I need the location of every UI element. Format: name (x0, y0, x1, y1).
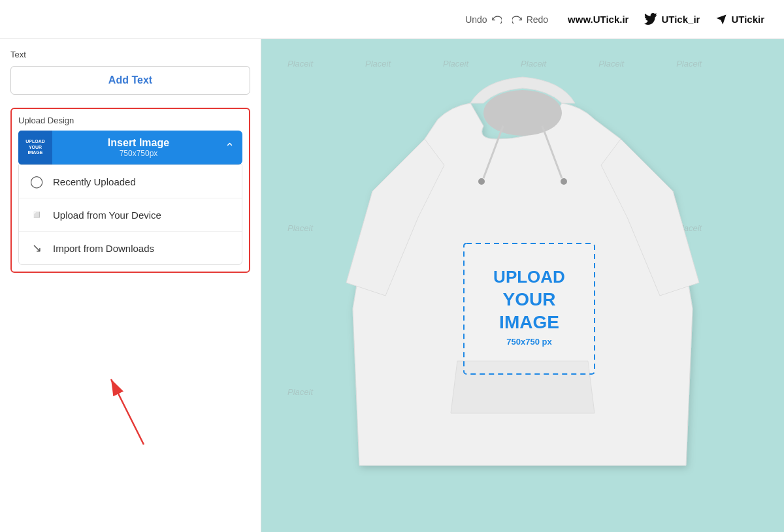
chevron-up-icon: ⌃ (225, 140, 235, 155)
device-icon: ◽ (29, 208, 44, 222)
clock-icon: ◯ (29, 174, 44, 189)
twitter-handle: UTick_ir (661, 14, 700, 25)
hoodie-preview: UPLOAD YOUR IMAGE 750x750 px (310, 57, 735, 514)
import-downloads-label: Import from Downloads (53, 243, 154, 254)
brand-links: www.UTick.ir UTick_ir UTickir (568, 13, 764, 26)
top-bar: Undo Redo www.UTick.ir UTick_ir UTickir (0, 0, 784, 39)
download-icon: ↘ (29, 241, 44, 255)
upload-sub-text: 750x750 px (506, 337, 552, 347)
import-from-downloads-item[interactable]: ↘ Import from Downloads (19, 232, 242, 264)
upload-design-section: Upload Design UPLOADYOURIMAGE Insert Ima… (10, 108, 250, 273)
undo-icon (491, 14, 502, 25)
drawstring-end-left (478, 178, 485, 185)
insert-image-thumbnail: UPLOADYOURIMAGE (18, 131, 52, 164)
upload-from-device-label: Upload from Your Device (53, 210, 161, 221)
arrow-annotation (105, 373, 157, 454)
recently-uploaded-label: Recently Uploaded (53, 176, 136, 187)
drawstring-end-right (561, 178, 567, 185)
redo-button[interactable]: Redo (527, 14, 548, 25)
insert-image-content: Insert Image 750x750px (52, 132, 225, 163)
canvas-area: Placeit Placeit Placeit Placeit Placeit … (261, 39, 784, 532)
redo-icon (512, 14, 523, 25)
undo-redo-group: Undo Redo (465, 14, 548, 25)
upload-text-line1: UPLOAD (493, 267, 565, 287)
telegram-link[interactable]: UTickir (715, 14, 764, 25)
hood-opening (483, 90, 562, 136)
insert-image-sub: 750x750px (120, 149, 158, 158)
svg-line-1 (111, 379, 144, 445)
twitter-icon (644, 13, 657, 26)
upload-from-device-item[interactable]: ◽ Upload from Your Device (19, 198, 242, 232)
upload-design-label: Upload Design (18, 116, 242, 125)
annotation-arrow (105, 373, 157, 451)
website-link[interactable]: www.UTick.ir (568, 14, 629, 25)
recently-uploaded-item[interactable]: ◯ Recently Uploaded (19, 165, 242, 198)
dropdown-menu: ◯ Recently Uploaded ◽ Upload from Your D… (18, 164, 242, 265)
sidebar: Text Add Text Upload Design UPLOADYOURIM… (0, 39, 261, 532)
upload-text-line2: YOUR (503, 289, 556, 309)
main-layout: Text Add Text Upload Design UPLOADYOURIM… (0, 39, 784, 532)
telegram-icon (715, 14, 727, 25)
hoodie-svg: UPLOAD YOUR IMAGE 750x750 px (320, 61, 725, 511)
thumb-text: UPLOADYOURIMAGE (25, 139, 45, 155)
upload-text-line3: IMAGE (499, 312, 559, 332)
insert-image-title: Insert Image (108, 137, 169, 149)
insert-image-button[interactable]: UPLOADYOURIMAGE Insert Image 750x750px ⌃ (18, 131, 242, 164)
undo-button[interactable]: Undo (465, 14, 487, 25)
text-section-label: Text (10, 50, 250, 59)
twitter-link[interactable]: UTick_ir (644, 13, 700, 26)
telegram-handle: UTickir (731, 14, 764, 25)
add-text-button[interactable]: Add Text (10, 66, 250, 95)
